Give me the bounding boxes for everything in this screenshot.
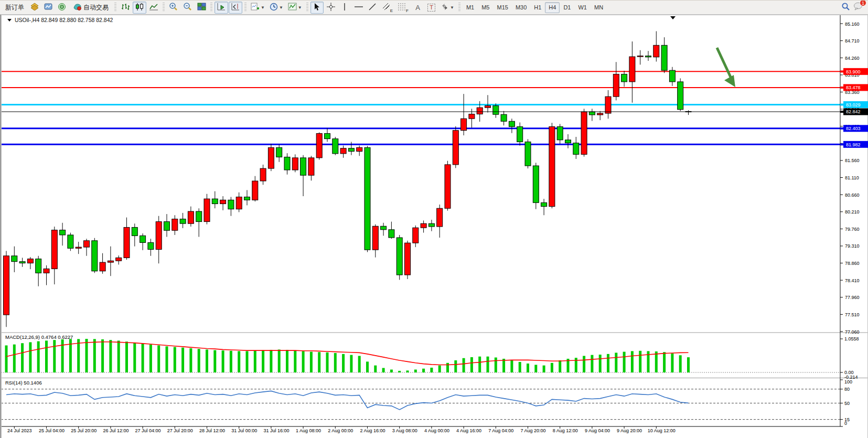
macd-histogram-bar	[534, 365, 537, 372]
timeframe-h4-button[interactable]: H4	[545, 2, 560, 13]
price-level-badge-text: 82.842	[846, 109, 861, 114]
zoom-out-button[interactable]	[181, 2, 195, 14]
price-tick-label: 81.110	[845, 175, 859, 180]
candlestick	[381, 226, 387, 230]
equidistant-channel-tool-button[interactable]: E	[380, 2, 395, 14]
candlestick	[461, 119, 467, 130]
crosshair-icon	[326, 2, 336, 13]
macd-histogram-bar	[117, 340, 120, 372]
candlestick	[453, 131, 458, 165]
tile-windows-button[interactable]	[195, 2, 208, 14]
price-tick-label: 79.760	[845, 227, 860, 232]
macd-histogram-bar	[166, 346, 168, 372]
price-tick-label: 77.510	[845, 312, 860, 317]
candlestick	[172, 219, 178, 230]
candlestick	[477, 108, 483, 114]
candlestick	[44, 269, 49, 273]
macd-histogram-bar	[5, 345, 8, 372]
price-tick-label: 84.260	[845, 56, 860, 61]
arrow-annotation[interactable]	[717, 48, 735, 87]
timeframe-h1-button[interactable]: H1	[530, 2, 545, 13]
line-chart-type-button[interactable]	[147, 2, 160, 14]
candlestick	[541, 202, 547, 206]
text-tool-button[interactable]: A	[411, 2, 424, 14]
time-tick-label: 31 Jul 00:00	[231, 428, 257, 433]
macd-histogram-bar	[142, 344, 144, 372]
candlestick	[581, 112, 587, 154]
crosshair-tool-button[interactable]	[324, 2, 338, 14]
bar-chart-type-button[interactable]	[119, 2, 132, 14]
text-label-tool-button[interactable]: T	[425, 2, 438, 14]
zoom-in-button[interactable]	[167, 2, 180, 14]
horizontal-line-tool-button[interactable]	[352, 2, 366, 14]
macd-histogram-bar	[438, 366, 441, 372]
macd-histogram-bar	[342, 354, 345, 372]
chart-shift-button[interactable]	[229, 2, 242, 14]
chart-canvas[interactable]: USOil-,H4 82.849 82.880 82.758 82.842MAC…	[1, 15, 868, 438]
macd-histogram-bar	[655, 351, 658, 372]
macd-histogram-bar	[510, 360, 513, 372]
time-tick-label: 25 Jul 20:00	[71, 428, 97, 433]
candlestick	[533, 166, 539, 202]
new-order-button[interactable]: 新订单	[2, 2, 28, 14]
terminal-button[interactable]	[42, 2, 55, 14]
shift-marker-icon[interactable]	[670, 16, 676, 19]
chart-title: USOil-,H4 82.849 82.880 82.758 82.842	[15, 17, 113, 23]
macd-histogram-bar	[254, 351, 256, 372]
macd-histogram-bar	[559, 360, 561, 372]
auto-trading-button[interactable]: 自动交易	[69, 2, 112, 14]
candlestick	[589, 112, 595, 115]
macd-histogram-bar	[543, 366, 545, 372]
timeframe-mn-button[interactable]: MN	[591, 2, 607, 13]
symbol-dropdown-icon[interactable]	[7, 19, 12, 22]
timeframe-m30-button[interactable]: M30	[512, 2, 530, 13]
candlestick	[156, 222, 162, 250]
time-tick-label: 27 Jul 04:00	[135, 428, 161, 433]
macd-histogram-bar	[663, 352, 666, 372]
arrows-tool-button[interactable]: ▼	[438, 2, 456, 14]
auto-scroll-button[interactable]	[215, 2, 228, 14]
timeframe-m5-button[interactable]: M5	[478, 2, 493, 13]
trendline-tool-button[interactable]	[366, 2, 379, 14]
macd-histogram-bar	[77, 339, 80, 372]
candlestick	[84, 241, 90, 247]
price-tick-label: 80.660	[845, 193, 860, 198]
candlestick	[509, 121, 515, 126]
signals-button[interactable]	[56, 2, 69, 14]
new-chart-button[interactable]: ▼	[249, 2, 267, 14]
fibonacci-letter: F	[406, 8, 409, 13]
macd-histogram-bar	[495, 358, 497, 372]
candlestick	[51, 230, 57, 269]
macd-histogram-bar	[470, 357, 473, 372]
macd-histogram-bar	[446, 363, 449, 372]
timeframe-m1-button[interactable]: M1	[463, 2, 478, 13]
macd-histogram-bar	[29, 342, 31, 372]
toolbar-separator	[306, 3, 308, 12]
trendline-icon	[368, 3, 377, 13]
market-watch-button[interactable]	[28, 2, 41, 14]
macd-histogram-bar	[406, 370, 409, 372]
notifications-button[interactable]: 1	[853, 2, 863, 13]
candlestick	[469, 114, 475, 119]
candlestick	[228, 200, 234, 209]
timeframe-w1-button[interactable]: W1	[574, 2, 591, 13]
fibonacci-tool-button[interactable]: F	[395, 2, 411, 14]
candlestick-chart-type-button[interactable]	[133, 2, 146, 14]
toolbar-right: 1	[841, 2, 866, 13]
search-icon[interactable]	[841, 2, 850, 13]
periods-button[interactable]: ▼	[267, 2, 285, 14]
candlestick	[268, 147, 274, 168]
macd-histogram-bar	[350, 355, 352, 372]
price-tick-label: 79.310	[845, 243, 860, 249]
timeframe-m15-button[interactable]: M15	[493, 2, 511, 13]
vertical-line-tool-button[interactable]	[338, 2, 351, 14]
macd-histogram-bar	[487, 357, 489, 372]
templates-button[interactable]: ▼	[286, 2, 304, 14]
timeframe-d1-button[interactable]: D1	[560, 2, 574, 13]
macd-histogram-bar	[374, 366, 377, 372]
cursor-tool-button[interactable]	[310, 2, 324, 14]
notification-badge: 1	[860, 0, 866, 6]
time-tick-label: 8 Aug 12:00	[553, 428, 578, 433]
macd-histogram-bar	[157, 345, 160, 372]
candlestick	[637, 56, 643, 57]
